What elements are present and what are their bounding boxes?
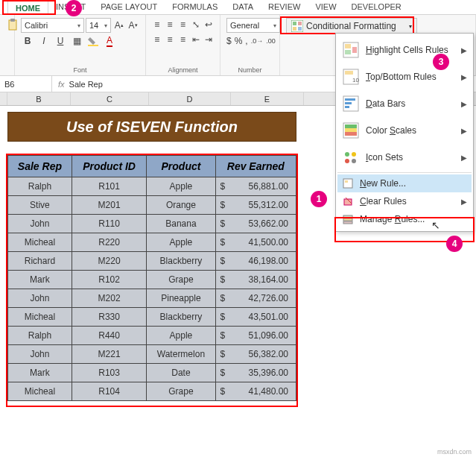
svg-rect-13 — [345, 71, 353, 75]
font-color-button[interactable]: A — [103, 34, 116, 48]
table-row[interactable]: MichealR104Grape$41,480.00 — [8, 382, 296, 401]
table-row[interactable]: MichealR330Blackberry$43,501.00 — [8, 308, 296, 327]
table-row[interactable]: MarkR102Grape$38,164.00 — [8, 271, 296, 289]
orientation-icon[interactable]: ⤡ — [191, 18, 200, 31]
svg-rect-20 — [345, 125, 357, 128]
number-format-value: General — [230, 21, 259, 30]
step-badge-2: 2 — [66, 0, 82, 16]
db-icon — [342, 95, 360, 113]
chevron-right-icon: ▶ — [461, 46, 467, 54]
number-format-select[interactable]: General▾ — [226, 18, 280, 33]
svg-rect-28 — [345, 180, 348, 183]
cf-button-label: Conditional Formatting — [306, 21, 396, 31]
tab-page-layout[interactable]: PAGE LAYOUT — [93, 0, 165, 14]
step-badge-1: 1 — [311, 191, 327, 207]
shrink-font-icon[interactable]: A▾ — [127, 19, 139, 32]
name-box[interactable]: B6 — [0, 76, 52, 92]
align-middle-icon[interactable]: ≡ — [165, 18, 174, 31]
hcr-icon — [342, 41, 360, 59]
step-badge-3: 3 — [433, 54, 449, 70]
cf-menu-cs[interactable]: Color Scales▶ — [337, 117, 472, 144]
svg-rect-10 — [345, 50, 351, 54]
col-E[interactable]: E — [231, 92, 304, 105]
font-size-select[interactable]: 14▾ — [86, 18, 111, 33]
cf-menu-manage[interactable]: Manage Rules... — [337, 210, 472, 228]
svg-rect-11 — [352, 47, 357, 53]
table-row[interactable]: RichardM220Blackberry$46,198.00 — [8, 252, 296, 271]
tab-developer[interactable]: DEVELOPER — [344, 0, 409, 14]
italic-button[interactable]: I — [37, 34, 51, 48]
svg-rect-6 — [293, 27, 296, 31]
chevron-right-icon: ▶ — [461, 127, 467, 135]
tab-home[interactable]: HOME — [7, 0, 48, 15]
svg-rect-2 — [88, 45, 98, 46]
clipboard-group — [0, 15, 15, 75]
formula-value[interactable]: Sale Rep — [69, 80, 103, 89]
table-header: Product ID — [72, 156, 146, 177]
svg-rect-7 — [298, 27, 302, 31]
table-row[interactable]: JohnR110Banana$53,662.00 — [8, 215, 296, 233]
svg-rect-27 — [343, 179, 352, 188]
chevron-right-icon: ▶ — [461, 198, 467, 206]
table-row[interactable]: StiveM201Orange$55,312.00 — [8, 196, 296, 215]
currency-icon[interactable]: $ — [226, 34, 232, 48]
tab-formulas[interactable]: FORMULAS — [165, 0, 225, 14]
table-row[interactable]: JohnM221Watermelon$56,382.00 — [8, 345, 296, 364]
svg-point-26 — [352, 159, 356, 163]
percent-icon[interactable]: % — [235, 34, 243, 48]
comma-icon[interactable]: , — [245, 34, 247, 48]
indent-dec-icon[interactable]: ⇤ — [191, 33, 200, 46]
inc-decimal-icon[interactable]: .0→ — [251, 34, 264, 48]
col-C[interactable]: C — [71, 92, 149, 105]
sheet-title: Use of ISEVEN Function — [7, 112, 296, 142]
fx-icon[interactable]: fx — [58, 80, 65, 89]
new-icon — [342, 177, 354, 189]
svg-rect-33 — [343, 221, 352, 224]
tbr-icon: 10 — [342, 68, 360, 86]
indent-inc-icon[interactable]: ⇥ — [204, 33, 214, 46]
cs-icon — [342, 122, 360, 139]
conditional-formatting-menu: Highlight Cells Rules▶10Top/Bottom Rules… — [335, 33, 474, 232]
align-top-icon[interactable]: ≡ — [152, 18, 162, 31]
font-name-select[interactable]: Calibri▾ — [21, 18, 84, 33]
align-left-icon[interactable]: ≡ — [152, 33, 162, 46]
cf-menu-clear[interactable]: Clear Rules▶ — [337, 192, 472, 210]
cf-menu-is[interactable]: Icon Sets▶ — [337, 144, 472, 171]
table-row[interactable]: MichealR220Apple$41,500.00 — [8, 233, 296, 252]
dec-decimal-icon[interactable]: .00 — [266, 34, 276, 48]
align-right-icon[interactable]: ≡ — [178, 33, 188, 46]
table-row[interactable]: RalphR440Apple$51,096.00 — [8, 327, 296, 345]
conditional-formatting-icon — [291, 20, 303, 32]
conditional-formatting-button[interactable]: Conditional Formatting ▾ — [286, 18, 417, 34]
cf-menu-db[interactable]: Data Bars▶ — [337, 90, 472, 117]
cf-menu-hcr[interactable]: Highlight Cells Rules▶ — [337, 37, 472, 63]
cf-menu-tbr[interactable]: 10Top/Bottom Rules▶ — [337, 63, 472, 90]
table-row[interactable]: JohnM202Pineapple$42,726.00 — [8, 289, 296, 308]
svg-rect-4 — [293, 22, 296, 25]
svg-point-24 — [352, 152, 356, 157]
border-button[interactable]: ▦ — [70, 34, 83, 48]
table-row[interactable]: RalphR101Apple$56,881.00 — [8, 177, 296, 196]
col-B[interactable]: B — [7, 92, 71, 105]
svg-rect-31 — [343, 215, 352, 218]
table-row[interactable]: MarkR103Date$35,396.00 — [8, 364, 296, 382]
wrap-text-icon[interactable]: ↩ — [204, 18, 214, 31]
underline-button[interactable]: U — [54, 34, 67, 48]
table-header: Product — [147, 156, 215, 177]
font-size-value: 14 — [89, 21, 98, 30]
tab-data[interactable]: DATA — [225, 0, 261, 14]
fill-color-button[interactable] — [86, 34, 100, 48]
tab-view[interactable]: VIEW — [308, 0, 343, 14]
svg-point-23 — [345, 152, 349, 157]
align-bottom-icon[interactable]: ≡ — [178, 18, 188, 31]
menu-separator — [337, 172, 472, 173]
col-D[interactable]: D — [149, 92, 231, 105]
bold-button[interactable]: B — [21, 34, 34, 48]
cf-menu-new[interactable]: New Rule... — [337, 174, 472, 192]
grow-font-icon[interactable]: A▴ — [112, 19, 125, 32]
number-group: General▾ $ % , .0→ .00 Number — [220, 15, 280, 75]
tab-review[interactable]: REVIEW — [261, 0, 308, 14]
watermark: msxdn.com — [437, 448, 472, 456]
align-center-icon[interactable]: ≡ — [165, 33, 174, 46]
svg-point-25 — [345, 159, 349, 163]
